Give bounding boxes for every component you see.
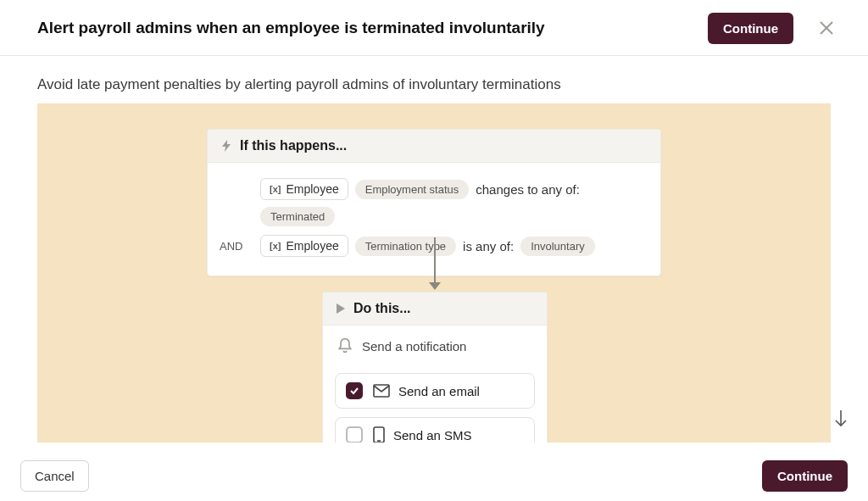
notification-row: Send a notification <box>335 334 535 365</box>
action-card-header: Do this... <box>323 292 547 326</box>
page-header: Alert payroll admins when an employee is… <box>0 0 868 56</box>
close-button[interactable] <box>817 19 836 37</box>
phone-icon <box>373 426 385 443</box>
mail-icon <box>373 384 390 398</box>
connector-arrowhead-icon <box>429 282 441 290</box>
page-title: Alert payroll admins when an employee is… <box>37 19 545 37</box>
action-header-text: Do this... <box>353 301 411 316</box>
arrow-down-icon <box>832 409 849 429</box>
footer-continue-button[interactable]: Continue <box>762 460 848 492</box>
condition-row: AND [x] Employee Termination type is any… <box>260 235 648 257</box>
variable-chip[interactable]: [x] Employee <box>260 235 348 257</box>
bell-icon <box>337 337 353 354</box>
scroll-down-button[interactable] <box>831 407 851 431</box>
notification-label: Send a notification <box>362 339 466 353</box>
variable-chip[interactable]: [x] Employee <box>260 178 348 200</box>
page-footer: Cancel Continue <box>0 450 868 501</box>
svg-marker-2 <box>222 140 231 152</box>
play-icon <box>335 303 347 315</box>
variable-icon: [x] <box>270 184 281 194</box>
condition-row: [x] Employee Employment status changes t… <box>260 178 648 226</box>
header-continue-button[interactable]: Continue <box>708 13 793 44</box>
lightning-icon <box>220 139 233 153</box>
operator-text: is any of: <box>463 239 514 253</box>
checkbox-unchecked[interactable] <box>346 426 363 443</box>
channel-label: Send an SMS <box>393 428 472 443</box>
workflow-canvas: If this happens... [x] Employee Employme… <box>37 103 831 443</box>
variable-icon: [x] <box>270 241 281 251</box>
cancel-button[interactable]: Cancel <box>20 460 89 492</box>
channel-row-sms[interactable]: Send an SMS <box>335 417 535 443</box>
channel-label: Send an email <box>398 384 480 398</box>
channel-row-email[interactable]: Send an email <box>335 373 535 409</box>
connector-line <box>434 237 436 287</box>
trigger-header-text: If this happens... <box>240 138 347 153</box>
page-subtitle: Avoid late payment penalties by alerting… <box>0 56 868 103</box>
field-chip[interactable]: Termination type <box>355 237 456 256</box>
checkmark-icon <box>349 386 359 396</box>
trigger-card-header: If this happens... <box>208 130 660 163</box>
operator-text: changes to any of: <box>476 182 580 197</box>
value-chip[interactable]: Involuntary <box>520 237 595 256</box>
checkbox-checked[interactable] <box>346 382 363 399</box>
variable-label: Employee <box>286 239 338 253</box>
variable-label: Employee <box>286 182 338 196</box>
action-card[interactable]: Do this... Send a notification Send an e… <box>322 292 548 443</box>
svg-marker-3 <box>337 303 345 314</box>
value-chip[interactable]: Terminated <box>260 207 335 226</box>
field-chip[interactable]: Employment status <box>355 180 470 199</box>
close-icon <box>819 20 834 36</box>
boolean-and-label: AND <box>220 240 242 253</box>
